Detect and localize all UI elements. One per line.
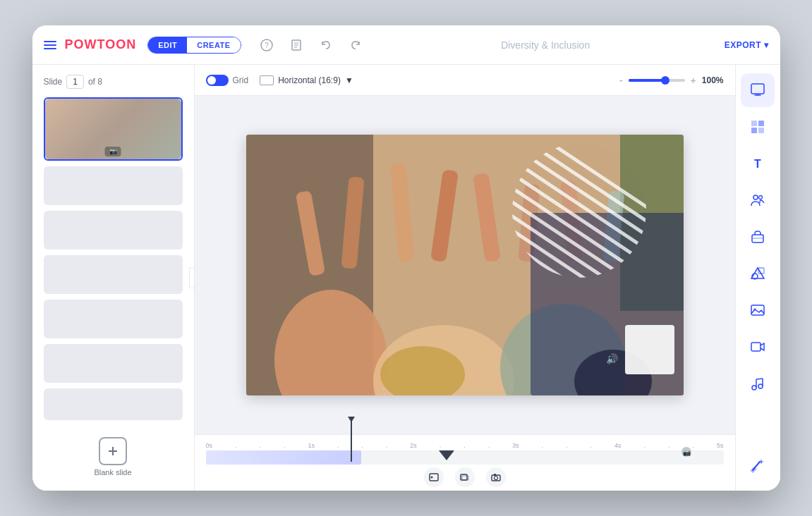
undo-button[interactable]: [315, 34, 337, 56]
svg-rect-53: [758, 121, 764, 126]
canvas-toolbar: Grid Horizontal (16:9) ▼ - + 100%: [195, 65, 735, 96]
slide-number-selector[interactable]: 1: [66, 75, 84, 89]
zoom-slider[interactable]: [629, 79, 685, 82]
svg-rect-43: [461, 474, 467, 480]
sidebar: Slide 1 of 8 📷: [32, 65, 195, 491]
timeline-playhead[interactable]: [351, 419, 352, 462]
timeline-camera-icon[interactable]: [486, 467, 506, 487]
menu-icon[interactable]: [44, 41, 56, 49]
redo-button[interactable]: [344, 34, 367, 56]
slide-thumbnail-7[interactable]: [44, 388, 183, 420]
timeline-scene-icon[interactable]: [455, 467, 475, 487]
app-logo: POWTOON: [65, 37, 137, 52]
svg-text:T: T: [754, 158, 761, 170]
add-slide-icon: [99, 437, 127, 465]
canvas-area: Grid Horizontal (16:9) ▼ - + 100%: [195, 65, 735, 491]
svg-marker-37: [439, 450, 454, 460]
create-button[interactable]: CREATE: [187, 37, 240, 53]
canvas-slide[interactable]: 🔊: [246, 135, 684, 395]
sidebar-collapse-button[interactable]: ‹: [189, 267, 195, 288]
export-button[interactable]: EXPORT ▾: [725, 40, 769, 50]
shapes-panel-button[interactable]: [741, 257, 775, 290]
slide-thumbnail-3[interactable]: [44, 211, 183, 250]
timeline-marker: 📷: [681, 446, 692, 460]
canvas-wrapper[interactable]: 🔊: [195, 96, 735, 434]
slide-thumbnail-1[interactable]: 📷: [44, 97, 183, 161]
zoom-out-button[interactable]: -: [619, 75, 623, 86]
edit-create-group: EDIT CREATE: [147, 37, 241, 54]
svg-text:?: ?: [265, 42, 269, 49]
svg-rect-49: [753, 85, 763, 92]
diagonal-pattern: [511, 142, 648, 280]
svg-point-46: [494, 477, 497, 480]
slide-count: of 8: [88, 77, 102, 87]
header-icons: ?: [255, 34, 367, 56]
svg-point-58: [759, 196, 763, 199]
text-panel-button[interactable]: T: [741, 147, 775, 180]
add-slide-label: Blank slide: [94, 468, 131, 477]
main-area: Slide 1 of 8 📷: [32, 65, 780, 491]
header: POWTOON EDIT CREATE ?: [32, 25, 780, 65]
music-panel-button[interactable]: [741, 367, 775, 400]
slides-panel-button[interactable]: [741, 73, 775, 107]
svg-point-57: [753, 195, 758, 199]
magic-panel-button[interactable]: [741, 448, 775, 482]
white-card: [625, 325, 674, 374]
timeline-area: 0s . . . 1s . . . 2s . . . 3s .: [195, 434, 735, 491]
svg-point-67: [752, 386, 756, 390]
timeline-marks: 0s . . . 1s . . . 2s . . . 3s .: [206, 441, 724, 449]
ratio-dropdown-icon: ▼: [345, 75, 353, 85]
camera-icon: 📷: [109, 148, 117, 155]
grid-toggle-switch[interactable]: [206, 75, 229, 86]
slide-thumbnail-5[interactable]: [44, 300, 183, 338]
svg-rect-64: [751, 305, 764, 315]
timeline-track[interactable]: [206, 450, 724, 465]
help-button[interactable]: ?: [255, 34, 278, 56]
svg-rect-66: [751, 343, 761, 351]
slide-thumbnail-4[interactable]: [44, 255, 183, 294]
zoom-control: - + 100%: [619, 75, 724, 86]
ratio-icon: [260, 75, 274, 85]
right-panel: T: [735, 65, 780, 491]
characters-panel-button[interactable]: [741, 183, 775, 217]
timeline-controls: [206, 467, 724, 487]
svg-rect-55: [758, 128, 764, 133]
svg-rect-52: [751, 121, 757, 126]
props-panel-button[interactable]: [741, 220, 775, 254]
svg-rect-47: [494, 474, 496, 476]
svg-line-71: [756, 379, 763, 379]
timeline-chevron: [439, 450, 454, 463]
sound-icon[interactable]: 🔊: [606, 353, 618, 364]
texture-panel-button[interactable]: [741, 110, 775, 144]
zoom-value: 100%: [702, 75, 724, 85]
presentation-title: Diversity & Inclusion: [375, 39, 716, 51]
notes-button[interactable]: [285, 34, 308, 56]
video-panel-button[interactable]: [741, 330, 775, 364]
zoom-in-button[interactable]: +: [691, 75, 696, 86]
slide-thumbnail-2[interactable]: [44, 166, 183, 205]
svg-text:📷: 📷: [683, 448, 691, 457]
timeline-frame-icon[interactable]: [424, 467, 444, 487]
svg-rect-54: [751, 128, 757, 133]
app-container: POWTOON EDIT CREATE ?: [32, 25, 780, 491]
svg-point-42: [430, 477, 432, 479]
ratio-selector[interactable]: Horizontal (16:9) ▼: [260, 75, 353, 85]
edit-button[interactable]: EDIT: [148, 37, 187, 53]
grid-toggle[interactable]: Grid: [206, 75, 249, 86]
add-slide-button[interactable]: Blank slide: [38, 430, 188, 484]
slide-thumbnail-6[interactable]: [44, 344, 183, 383]
ratio-label: Horizontal (16:9): [278, 75, 341, 85]
slide-label: Slide: [44, 77, 63, 87]
svg-rect-38: [444, 450, 449, 452]
media-panel-button[interactable]: [741, 293, 775, 327]
svg-point-68: [758, 384, 763, 388]
grid-label: Grid: [233, 75, 249, 85]
slide-navigation: Slide 1 of 8: [38, 72, 188, 94]
